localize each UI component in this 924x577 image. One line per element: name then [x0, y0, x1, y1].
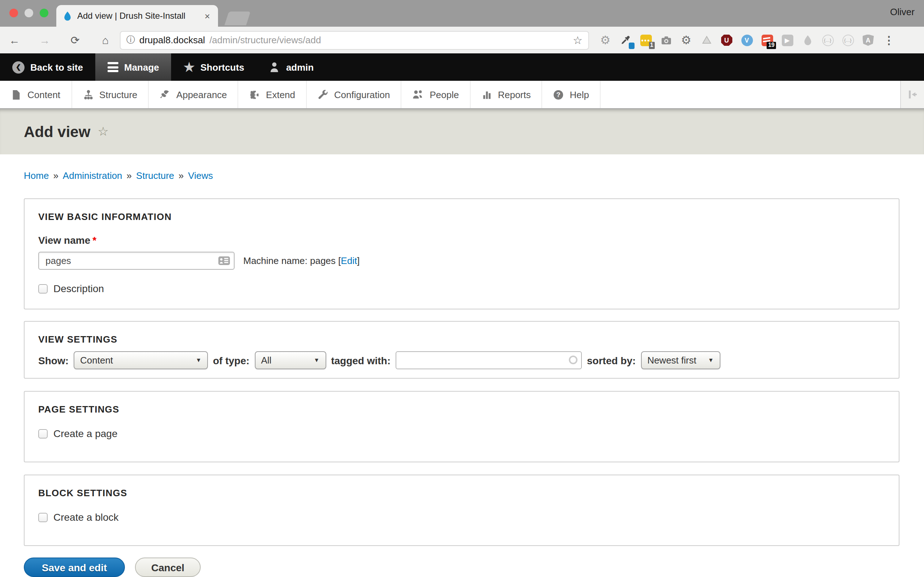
breadcrumb-separator: » [127, 170, 132, 181]
minimize-window-button[interactable] [24, 9, 33, 17]
manage-tab[interactable]: Manage [95, 53, 171, 81]
menu-item-extend[interactable]: Extend [239, 81, 307, 108]
bookmark-star-icon[interactable]: ☆ [573, 34, 583, 47]
collapse-left-icon [907, 89, 918, 100]
zoom-window-button[interactable] [40, 9, 48, 17]
screenshot-camera-extension-icon[interactable] [660, 34, 672, 46]
eyedropper-extension-icon[interactable] [619, 34, 632, 46]
description-label: Description [53, 283, 104, 294]
menu-item-people[interactable]: People [401, 81, 470, 108]
breadcrumb-views[interactable]: Views [188, 170, 213, 181]
required-mark: * [92, 234, 96, 246]
create-block-label: Create a block [53, 511, 119, 523]
vimeo-extension-icon[interactable]: V [741, 34, 753, 46]
menu-label: People [430, 89, 459, 100]
save-and-edit-button[interactable]: Save and edit [24, 558, 125, 577]
menu-item-reports[interactable]: Reports [470, 81, 542, 108]
machine-name-edit-link[interactable]: Edit [341, 255, 357, 266]
back-icon[interactable]: ← [7, 34, 22, 46]
page-settings-fieldset: PAGE SETTINGS Create a page [24, 391, 900, 462]
forward-icon[interactable]: → [37, 34, 52, 46]
cancel-button[interactable]: Cancel [135, 558, 201, 577]
sorted-by-select[interactable]: Newest first ▼ [641, 351, 720, 369]
close-window-button[interactable] [10, 9, 18, 17]
back-to-site-icon: ❮ [12, 61, 24, 73]
breadcrumb-separator: » [53, 170, 58, 181]
extensions-bar: ⚙ ••• 1 ⚙ U V [599, 34, 874, 46]
home-icon[interactable]: ⌂ [98, 34, 113, 46]
menu-item-configuration[interactable]: Configuration [307, 81, 402, 108]
menu-item-appearance[interactable]: Appearance [149, 81, 239, 108]
reload-icon[interactable]: ⟳ [68, 34, 82, 47]
tagged-with-label: tagged with: [331, 355, 391, 366]
extend-puzzle-icon [249, 89, 260, 100]
todoist-extension-icon[interactable]: 19 [761, 34, 773, 46]
menu-label: Configuration [334, 89, 390, 100]
menu-item-content[interactable]: Content [0, 81, 72, 108]
view-name-input[interactable] [38, 252, 234, 270]
create-page-checkbox[interactable] [38, 429, 48, 438]
show-label: Show: [38, 355, 69, 366]
breadcrumb-structure[interactable]: Structure [136, 170, 174, 181]
page-header: Add view ☆ [0, 109, 924, 154]
drupal-extension-icon[interactable] [801, 34, 814, 46]
favorite-star-icon[interactable]: ☆ [97, 124, 109, 139]
svg-text:?: ? [557, 90, 561, 98]
view-settings-fieldset: VIEW SETTINGS Show: Content ▼ of type: A… [24, 321, 900, 379]
tab-title: Add view | Drush Site-Install [77, 11, 198, 21]
browser-tab[interactable]: Add view | Drush Site-Install × [56, 5, 218, 27]
shortcuts-tab[interactable]: ★ Shortcuts [171, 53, 257, 81]
view-basic-information-fieldset: VIEW BASIC INFORMATION View name* [24, 198, 900, 309]
show-select[interactable]: Content ▼ [74, 351, 208, 369]
password-manager-extension-icon[interactable]: ••• 1 [640, 34, 652, 46]
video-player-extension-icon[interactable]: ▶ [781, 34, 793, 46]
ublock-extension-icon[interactable]: U [720, 34, 733, 46]
form-actions: Save and edit Cancel [24, 558, 900, 577]
help-question-icon: ? [553, 89, 564, 100]
appearance-brush-icon [160, 89, 171, 100]
chevron-down-icon: ▼ [708, 357, 714, 364]
browser-menu-icon[interactable]: ⋮ [884, 34, 894, 47]
shortcuts-label: Shortcuts [200, 62, 244, 73]
breadcrumb-home[interactable]: Home [24, 170, 49, 181]
menu-item-help[interactable]: ? Help [543, 81, 601, 108]
todoist-badge: 19 [767, 42, 776, 49]
gear-extension-icon[interactable]: ⚙ [599, 34, 611, 46]
machine-name-text: Machine name: pages [Edit] [243, 255, 360, 266]
tab-close-icon[interactable]: × [203, 10, 212, 21]
admin-user-tab[interactable]: admin [257, 53, 326, 81]
fieldset-legend: VIEW BASIC INFORMATION [38, 211, 884, 222]
json-viewer-extension-icon[interactable]: {…} [822, 34, 834, 46]
new-tab-button[interactable] [225, 11, 250, 25]
structure-orgchart-icon [82, 89, 94, 100]
drive-extension-icon[interactable] [700, 34, 712, 46]
colorzilla-extension-icon[interactable]: ⚙ [680, 34, 692, 46]
address-bar[interactable]: ⓘ drupal8.docksal /admin/structure/views… [120, 31, 589, 49]
url-path: /admin/structure/views/add [209, 35, 321, 45]
browser-profile-name[interactable]: Oliver [890, 6, 914, 17]
toolbar-orientation-toggle[interactable] [900, 81, 924, 108]
tagged-with-input[interactable] [396, 351, 582, 369]
menu-label: Extend [266, 89, 295, 100]
menu-item-structure[interactable]: Structure [72, 81, 149, 108]
breadcrumb-administration[interactable]: Administration [63, 170, 122, 181]
drupal-favicon [63, 10, 72, 21]
drupal-menu-toolbar: Content Structure Appearance Extend Conf… [0, 81, 924, 109]
user-icon [269, 61, 281, 73]
url-host: drupal8.docksal [139, 35, 205, 45]
of-type-select[interactable]: All ▼ [254, 351, 326, 369]
eyedropper-badge [629, 43, 635, 49]
password-manager-badge: 1 [649, 42, 655, 49]
vimeo-letter: V [741, 34, 753, 46]
angular-letter: A [862, 34, 874, 46]
page-content: Home » Administration » Structure » View… [0, 170, 924, 577]
sorted-by-label: sorted by: [587, 355, 636, 366]
shortcuts-star-icon: ★ [184, 61, 195, 73]
site-info-icon[interactable]: ⓘ [126, 34, 135, 46]
create-block-checkbox[interactable] [38, 513, 48, 522]
fieldset-legend: BLOCK SETTINGS [38, 488, 884, 498]
description-checkbox[interactable] [38, 284, 48, 293]
json-formatter-extension-icon[interactable]: {…} [842, 34, 854, 46]
angular-extension-icon[interactable]: A [862, 34, 874, 46]
back-to-site-button[interactable]: ❮ Back to site [0, 53, 95, 81]
